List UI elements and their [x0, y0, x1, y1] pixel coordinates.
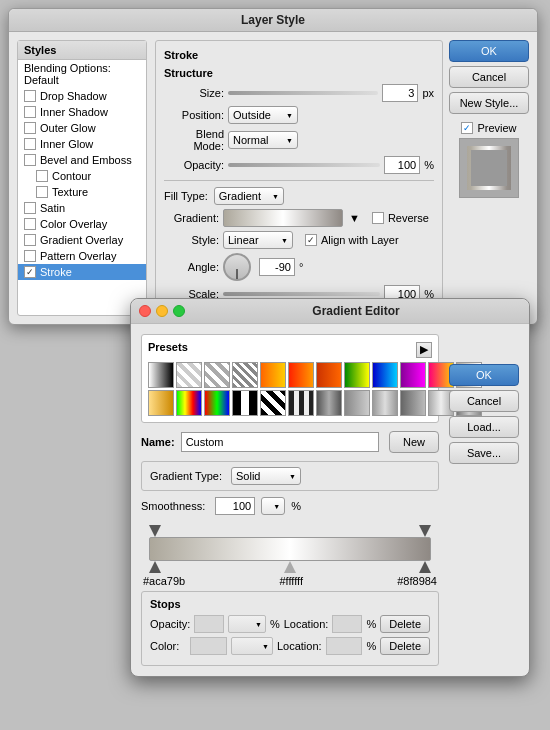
preview-checkbox[interactable] — [461, 122, 473, 134]
opacity-percent-select[interactable] — [228, 615, 266, 633]
opacity-value-input[interactable] — [194, 615, 224, 633]
preset-item[interactable] — [372, 390, 398, 416]
satin-item[interactable]: Satin — [18, 200, 146, 216]
maximize-button-traffic[interactable] — [173, 305, 185, 317]
blend-mode-select[interactable]: Normal — [228, 131, 298, 149]
ge-load-button[interactable]: Load... — [449, 416, 519, 438]
gradient-type-select[interactable]: Solid — [231, 467, 301, 485]
texture-checkbox[interactable] — [36, 186, 48, 198]
stroke-section-title: Stroke — [164, 49, 434, 61]
inner-shadow-item[interactable]: Inner Shadow — [18, 104, 146, 120]
preset-item[interactable] — [260, 390, 286, 416]
color-percent-select[interactable] — [231, 637, 273, 655]
color-value-input[interactable] — [190, 637, 227, 655]
cancel-button[interactable]: Cancel — [449, 66, 529, 88]
opacity-stops-row — [149, 523, 431, 537]
gradient-overlay-item[interactable]: Gradient Overlay — [18, 232, 146, 248]
presets-menu-icon[interactable]: ▶ — [416, 342, 432, 358]
arrow-icon[interactable]: ▼ — [349, 212, 360, 224]
gradient-bar[interactable] — [149, 537, 431, 561]
color-overlay-item[interactable]: Color Overlay — [18, 216, 146, 232]
angle-row: Angle: ° — [164, 253, 434, 281]
preset-item[interactable] — [176, 390, 202, 416]
name-input[interactable] — [181, 432, 379, 452]
preset-item[interactable] — [288, 390, 314, 416]
preset-item[interactable] — [148, 362, 174, 388]
preset-item[interactable] — [372, 362, 398, 388]
preset-item[interactable] — [204, 390, 230, 416]
style-select[interactable]: Linear — [223, 231, 293, 249]
preset-item[interactable] — [176, 362, 202, 388]
opacity-location-input[interactable] — [332, 615, 362, 633]
angle-label: Angle: — [164, 261, 219, 273]
color-stop-right[interactable] — [419, 561, 431, 573]
pattern-overlay-checkbox[interactable] — [24, 250, 36, 262]
inner-shadow-checkbox[interactable] — [24, 106, 36, 118]
contour-item[interactable]: Contour — [18, 168, 146, 184]
new-gradient-button[interactable]: New — [389, 431, 439, 453]
bevel-emboss-item[interactable]: Bevel and Emboss — [18, 152, 146, 168]
color-left-label: #aca79b — [143, 575, 185, 587]
outer-glow-item[interactable]: Outer Glow — [18, 120, 146, 136]
contour-checkbox[interactable] — [36, 170, 48, 182]
smoothness-input[interactable] — [215, 497, 255, 515]
preset-item[interactable] — [204, 362, 230, 388]
fill-type-select[interactable]: Gradient — [214, 187, 284, 205]
align-checkbox[interactable] — [305, 234, 317, 246]
smoothness-select[interactable] — [261, 497, 285, 515]
preset-item[interactable] — [232, 362, 258, 388]
size-input[interactable] — [382, 84, 418, 102]
gradient-editor-titlebar: Gradient Editor — [131, 299, 529, 324]
color-overlay-checkbox[interactable] — [24, 218, 36, 230]
opacity-slider[interactable] — [228, 163, 380, 167]
position-row: Position: Outside — [164, 106, 434, 124]
bevel-emboss-checkbox[interactable] — [24, 154, 36, 166]
ok-button[interactable]: OK — [449, 40, 529, 62]
preset-item[interactable] — [400, 390, 426, 416]
angle-dial[interactable] — [223, 253, 251, 281]
opacity-input[interactable] — [384, 156, 420, 174]
position-select[interactable]: Outside — [228, 106, 298, 124]
color-delete-button[interactable]: Delete — [380, 637, 430, 655]
preset-item[interactable] — [344, 390, 370, 416]
preset-item[interactable] — [260, 362, 286, 388]
color-stop-middle[interactable] — [284, 561, 296, 573]
preset-item[interactable] — [288, 362, 314, 388]
color-stop-left[interactable] — [149, 561, 161, 573]
stroke-item[interactable]: Stroke — [18, 264, 146, 280]
ge-cancel-button[interactable]: Cancel — [449, 390, 519, 412]
outer-glow-checkbox[interactable] — [24, 122, 36, 134]
angle-input[interactable] — [259, 258, 295, 276]
preset-item[interactable] — [232, 390, 258, 416]
blending-options-item[interactable]: Blending Options: Default — [18, 60, 146, 88]
inner-glow-item[interactable]: Inner Glow — [18, 136, 146, 152]
preset-item[interactable] — [316, 390, 342, 416]
styles-panel-header: Styles — [18, 41, 146, 60]
stroke-checkbox[interactable] — [24, 266, 36, 278]
minimize-button-traffic[interactable] — [156, 305, 168, 317]
gradient-preview[interactable] — [223, 209, 343, 227]
opacity-stop-left[interactable] — [149, 525, 161, 537]
drop-shadow-item[interactable]: Drop Shadow — [18, 88, 146, 104]
close-button-traffic[interactable] — [139, 305, 151, 317]
texture-item[interactable]: Texture — [18, 184, 146, 200]
preset-item[interactable] — [316, 362, 342, 388]
scale-slider[interactable] — [223, 292, 380, 296]
size-slider[interactable] — [228, 91, 378, 95]
opacity-stop-right[interactable] — [419, 525, 431, 537]
align-row: Align with Layer — [305, 234, 399, 246]
preset-item[interactable] — [400, 362, 426, 388]
new-style-button[interactable]: New Style... — [449, 92, 529, 114]
color-location-input[interactable] — [326, 637, 363, 655]
gradient-overlay-checkbox[interactable] — [24, 234, 36, 246]
inner-glow-checkbox[interactable] — [24, 138, 36, 150]
ge-save-button[interactable]: Save... — [449, 442, 519, 464]
reverse-checkbox[interactable] — [372, 212, 384, 224]
pattern-overlay-item[interactable]: Pattern Overlay — [18, 248, 146, 264]
satin-checkbox[interactable] — [24, 202, 36, 214]
preset-item[interactable] — [344, 362, 370, 388]
opacity-delete-button[interactable]: Delete — [380, 615, 430, 633]
ge-ok-button[interactable]: OK — [449, 364, 519, 386]
drop-shadow-checkbox[interactable] — [24, 90, 36, 102]
preset-item[interactable] — [148, 390, 174, 416]
